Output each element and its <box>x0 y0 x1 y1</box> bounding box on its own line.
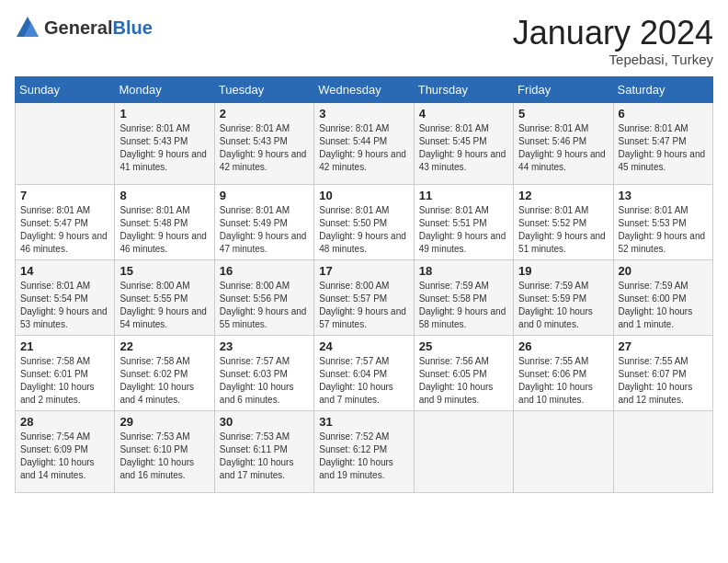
day-number: 25 <box>419 339 508 353</box>
cell-info: Sunrise: 8:01 AM Sunset: 5:49 PM Dayligh… <box>220 204 309 256</box>
cell-info: Sunrise: 7:53 AM Sunset: 6:10 PM Dayligh… <box>119 431 209 482</box>
cell-info: Sunrise: 8:01 AM Sunset: 5:53 PM Dayligh… <box>619 204 708 256</box>
calendar-body: 1 Sunrise: 8:01 AM Sunset: 5:43 PM Dayli… <box>16 102 713 492</box>
calendar-cell: 8 Sunrise: 8:01 AM Sunset: 5:48 PM Dayli… <box>115 184 214 259</box>
cell-info: Sunrise: 7:57 AM Sunset: 6:03 PM Dayligh… <box>220 355 309 407</box>
sunset-text: Sunset: 5:59 PM <box>518 293 608 305</box>
month-title: January 2024 <box>513 15 713 52</box>
day-number: 4 <box>419 107 508 121</box>
day-number: 20 <box>619 264 708 278</box>
sunrise-text: Sunrise: 8:01 AM <box>319 122 408 135</box>
calendar-cell: 31 Sunrise: 7:52 AM Sunset: 6:12 PM Dayl… <box>314 410 414 492</box>
sunset-text: Sunset: 5:49 PM <box>220 217 309 230</box>
sunset-text: Sunset: 5:43 PM <box>220 135 309 148</box>
daylight-text: Daylight: 9 hours and 42 minutes. <box>319 148 408 174</box>
calendar-cell: 6 Sunrise: 8:01 AM Sunset: 5:47 PM Dayli… <box>613 102 712 184</box>
sunset-text: Sunset: 5:50 PM <box>319 217 408 230</box>
daylight-text: Daylight: 9 hours and 48 minutes. <box>319 230 408 256</box>
cell-info: Sunrise: 7:52 AM Sunset: 6:12 PM Dayligh… <box>319 431 408 482</box>
cell-info: Sunrise: 7:59 AM Sunset: 6:00 PM Dayligh… <box>619 280 708 331</box>
day-number: 26 <box>518 339 608 353</box>
sunset-text: Sunset: 5:45 PM <box>419 135 508 148</box>
sunset-text: Sunset: 5:43 PM <box>119 135 209 148</box>
sunset-text: Sunset: 6:07 PM <box>619 368 708 381</box>
calendar-cell: 28 Sunrise: 7:54 AM Sunset: 6:09 PM Dayl… <box>16 410 115 492</box>
cell-info: Sunrise: 7:59 AM Sunset: 5:58 PM Dayligh… <box>419 280 508 331</box>
sunset-text: Sunset: 5:57 PM <box>319 293 408 305</box>
sunset-text: Sunset: 5:46 PM <box>518 135 608 148</box>
sunrise-text: Sunrise: 7:59 AM <box>419 280 508 293</box>
sunrise-text: Sunrise: 8:01 AM <box>220 122 309 135</box>
day-number: 3 <box>319 107 408 121</box>
sunset-text: Sunset: 6:02 PM <box>119 368 209 381</box>
sunrise-text: Sunrise: 8:01 AM <box>518 122 608 135</box>
calendar-cell: 15 Sunrise: 8:00 AM Sunset: 5:55 PM Dayl… <box>115 259 214 335</box>
daylight-text: Daylight: 10 hours and 12 minutes. <box>619 381 708 407</box>
day-number: 10 <box>319 189 408 202</box>
cell-info: Sunrise: 7:57 AM Sunset: 6:04 PM Dayligh… <box>319 355 408 407</box>
day-number: 27 <box>619 339 708 353</box>
empty-cell <box>20 107 109 180</box>
daylight-text: Daylight: 9 hours and 52 minutes. <box>619 230 708 256</box>
calendar-cell: 7 Sunrise: 8:01 AM Sunset: 5:47 PM Dayli… <box>16 184 115 259</box>
daylight-text: Daylight: 9 hours and 54 minutes. <box>119 305 209 331</box>
sunset-text: Sunset: 5:53 PM <box>619 217 708 230</box>
sunrise-text: Sunrise: 7:59 AM <box>518 280 608 293</box>
daylight-text: Daylight: 10 hours and 16 minutes. <box>119 456 209 482</box>
daylight-text: Daylight: 9 hours and 42 minutes. <box>220 148 309 174</box>
logo-blue: Blue <box>112 17 152 38</box>
calendar-cell: 12 Sunrise: 8:01 AM Sunset: 5:52 PM Dayl… <box>514 184 613 259</box>
daylight-text: Daylight: 10 hours and 4 minutes. <box>119 381 209 407</box>
sunset-text: Sunset: 6:11 PM <box>220 443 309 456</box>
sunset-text: Sunset: 5:47 PM <box>20 217 109 230</box>
cell-info: Sunrise: 8:01 AM Sunset: 5:48 PM Dayligh… <box>119 204 209 256</box>
cell-info: Sunrise: 8:01 AM Sunset: 5:43 PM Dayligh… <box>220 122 309 174</box>
day-number: 31 <box>319 415 408 429</box>
sunset-text: Sunset: 5:52 PM <box>518 217 608 230</box>
sunset-text: Sunset: 6:10 PM <box>119 443 209 456</box>
daylight-text: Daylight: 10 hours and 1 minute. <box>619 305 708 331</box>
calendar-week-row: 28 Sunrise: 7:54 AM Sunset: 6:09 PM Dayl… <box>16 410 713 492</box>
daylight-text: Daylight: 9 hours and 51 minutes. <box>518 230 608 256</box>
sunset-text: Sunset: 5:48 PM <box>119 217 209 230</box>
daylight-text: Daylight: 10 hours and 6 minutes. <box>220 381 309 407</box>
sunrise-text: Sunrise: 7:58 AM <box>119 355 209 368</box>
calendar-cell <box>414 410 513 492</box>
sunset-text: Sunset: 5:54 PM <box>20 293 109 305</box>
day-number: 14 <box>20 264 109 278</box>
calendar-cell <box>16 102 115 184</box>
day-number: 24 <box>319 339 408 353</box>
daylight-text: Daylight: 10 hours and 0 minutes. <box>518 305 608 331</box>
empty-cell <box>619 415 708 488</box>
location: Tepebasi, Turkey <box>513 52 713 67</box>
empty-cell <box>518 415 608 488</box>
day-number: 22 <box>119 339 209 353</box>
day-number: 7 <box>20 189 109 202</box>
sunset-text: Sunset: 6:06 PM <box>518 368 608 381</box>
cell-info: Sunrise: 7:58 AM Sunset: 6:01 PM Dayligh… <box>20 355 109 407</box>
calendar-cell: 10 Sunrise: 8:01 AM Sunset: 5:50 PM Dayl… <box>314 184 414 259</box>
day-number: 8 <box>119 189 209 202</box>
col-saturday: Saturday <box>613 76 712 102</box>
cell-info: Sunrise: 8:01 AM Sunset: 5:47 PM Dayligh… <box>619 122 708 174</box>
day-number: 5 <box>518 107 608 121</box>
calendar-cell: 29 Sunrise: 7:53 AM Sunset: 6:10 PM Dayl… <box>115 410 214 492</box>
calendar-cell: 23 Sunrise: 7:57 AM Sunset: 6:03 PM Dayl… <box>214 335 313 410</box>
cell-info: Sunrise: 7:55 AM Sunset: 6:06 PM Dayligh… <box>518 355 608 407</box>
cell-info: Sunrise: 8:00 AM Sunset: 5:56 PM Dayligh… <box>220 280 309 331</box>
calendar-cell: 16 Sunrise: 8:00 AM Sunset: 5:56 PM Dayl… <box>214 259 313 335</box>
sunrise-text: Sunrise: 8:01 AM <box>619 204 708 217</box>
daylight-text: Daylight: 10 hours and 17 minutes. <box>220 456 309 482</box>
sunrise-text: Sunrise: 7:58 AM <box>20 355 109 368</box>
calendar-cell: 4 Sunrise: 8:01 AM Sunset: 5:45 PM Dayli… <box>414 102 513 184</box>
sunrise-text: Sunrise: 7:57 AM <box>319 355 408 368</box>
sunrise-text: Sunrise: 8:01 AM <box>220 204 309 217</box>
daylight-text: Daylight: 9 hours and 55 minutes. <box>220 305 309 331</box>
cell-info: Sunrise: 8:01 AM Sunset: 5:50 PM Dayligh… <box>319 204 408 256</box>
calendar-header: Sunday Monday Tuesday Wednesday Thursday… <box>16 76 713 102</box>
day-number: 2 <box>220 107 309 121</box>
sunrise-text: Sunrise: 8:01 AM <box>119 122 209 135</box>
day-number: 23 <box>220 339 309 353</box>
cell-info: Sunrise: 7:55 AM Sunset: 6:07 PM Dayligh… <box>619 355 708 407</box>
calendar-cell: 14 Sunrise: 8:01 AM Sunset: 5:54 PM Dayl… <box>16 259 115 335</box>
